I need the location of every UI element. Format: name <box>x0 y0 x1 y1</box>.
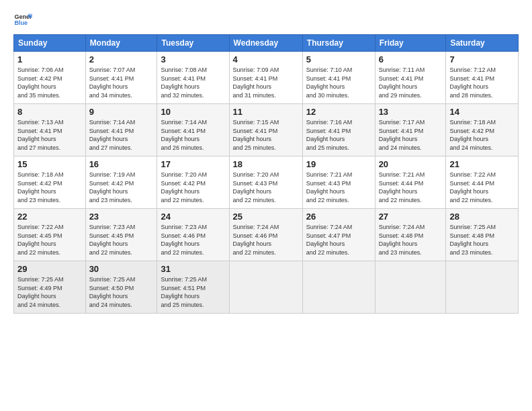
day-number: 2 <box>89 54 154 64</box>
day-number: 12 <box>306 107 371 117</box>
day-info: Sunrise: 7:24 AMSunset: 4:47 PMDaylight … <box>306 224 353 256</box>
calendar-cell: 5 Sunrise: 7:10 AMSunset: 4:41 PMDayligh… <box>302 52 375 104</box>
day-number: 16 <box>89 159 154 169</box>
calendar-cell: 15 Sunrise: 7:18 AMSunset: 4:42 PMDaylig… <box>14 156 86 209</box>
day-info: Sunrise: 7:25 AMSunset: 4:50 PMDaylight … <box>89 276 136 308</box>
calendar-cell: 18 Sunrise: 7:20 AMSunset: 4:43 PMDaylig… <box>229 156 302 209</box>
calendar-table: SundayMondayTuesdayWednesdayThursdayFrid… <box>13 34 519 314</box>
day-number: 11 <box>233 107 299 117</box>
day-info: Sunrise: 7:25 AMSunset: 4:48 PMDaylight … <box>449 224 496 256</box>
logo-icon: General Blue <box>13 10 32 29</box>
calendar-cell: 26 Sunrise: 7:24 AMSunset: 4:47 PMDaylig… <box>302 209 375 261</box>
calendar-cell <box>446 261 519 314</box>
calendar-cell: 23 Sunrise: 7:23 AMSunset: 4:45 PMDaylig… <box>85 209 157 261</box>
calendar-cell: 14 Sunrise: 7:18 AMSunset: 4:42 PMDaylig… <box>446 104 519 156</box>
calendar-cell: 3 Sunrise: 7:08 AMSunset: 4:41 PMDayligh… <box>157 52 229 104</box>
day-number: 1 <box>17 54 82 64</box>
day-info: Sunrise: 7:25 AMSunset: 4:51 PMDaylight … <box>161 276 207 308</box>
day-info: Sunrise: 7:11 AMSunset: 4:41 PMDaylight … <box>379 66 425 99</box>
day-number: 26 <box>306 212 371 222</box>
header-wednesday: Wednesday <box>229 35 302 52</box>
day-number: 3 <box>161 54 225 64</box>
calendar-cell: 13 Sunrise: 7:17 AMSunset: 4:41 PMDaylig… <box>375 104 446 156</box>
day-info: Sunrise: 7:13 AMSunset: 4:41 PMDaylight … <box>17 119 64 151</box>
day-info: Sunrise: 7:08 AMSunset: 4:41 PMDaylight … <box>161 66 207 99</box>
day-info: Sunrise: 7:15 AMSunset: 4:41 PMDaylight … <box>233 119 279 151</box>
calendar-cell <box>375 261 446 314</box>
page: General Blue SundayMondayTuesdayWednesda… <box>0 0 532 411</box>
day-info: Sunrise: 7:22 AMSunset: 4:45 PMDaylight … <box>17 224 64 256</box>
header-sunday: Sunday <box>14 35 86 52</box>
calendar-cell: 11 Sunrise: 7:15 AMSunset: 4:41 PMDaylig… <box>229 104 302 156</box>
day-number: 9 <box>89 107 154 117</box>
header-tuesday: Tuesday <box>157 35 229 52</box>
day-number: 31 <box>161 264 225 274</box>
calendar-cell: 22 Sunrise: 7:22 AMSunset: 4:45 PMDaylig… <box>14 209 86 261</box>
day-number: 27 <box>379 212 443 222</box>
day-number: 17 <box>161 159 225 169</box>
day-number: 28 <box>449 212 515 222</box>
calendar-cell: 27 Sunrise: 7:24 AMSunset: 4:48 PMDaylig… <box>375 209 446 261</box>
day-info: Sunrise: 7:17 AMSunset: 4:41 PMDaylight … <box>379 119 425 151</box>
day-info: Sunrise: 7:14 AMSunset: 4:41 PMDaylight … <box>161 119 207 151</box>
day-info: Sunrise: 7:18 AMSunset: 4:42 PMDaylight … <box>449 119 496 151</box>
calendar-cell: 6 Sunrise: 7:11 AMSunset: 4:41 PMDayligh… <box>375 52 446 104</box>
day-info: Sunrise: 7:22 AMSunset: 4:44 PMDaylight … <box>449 171 496 203</box>
week-row-0: 1 Sunrise: 7:06 AMSunset: 4:42 PMDayligh… <box>14 52 519 104</box>
logo: General Blue <box>13 10 32 29</box>
day-number: 10 <box>161 107 225 117</box>
header-monday: Monday <box>85 35 157 52</box>
week-row-3: 22 Sunrise: 7:22 AMSunset: 4:45 PMDaylig… <box>14 209 519 261</box>
calendar-cell: 21 Sunrise: 7:22 AMSunset: 4:44 PMDaylig… <box>446 156 519 209</box>
day-number: 14 <box>449 107 515 117</box>
day-number: 20 <box>379 159 443 169</box>
day-info: Sunrise: 7:09 AMSunset: 4:41 PMDaylight … <box>233 66 279 99</box>
day-number: 25 <box>233 212 299 222</box>
header-thursday: Thursday <box>302 35 375 52</box>
day-number: 4 <box>233 54 299 64</box>
week-row-4: 29 Sunrise: 7:25 AMSunset: 4:49 PMDaylig… <box>14 261 519 314</box>
header-row: SundayMondayTuesdayWednesdayThursdayFrid… <box>14 35 519 52</box>
day-number: 22 <box>17 212 82 222</box>
day-info: Sunrise: 7:21 AMSunset: 4:43 PMDaylight … <box>306 171 353 203</box>
header-friday: Friday <box>375 35 446 52</box>
day-number: 6 <box>379 54 443 64</box>
week-row-1: 8 Sunrise: 7:13 AMSunset: 4:41 PMDayligh… <box>14 104 519 156</box>
calendar-cell: 17 Sunrise: 7:20 AMSunset: 4:42 PMDaylig… <box>157 156 229 209</box>
calendar-cell: 7 Sunrise: 7:12 AMSunset: 4:41 PMDayligh… <box>446 52 519 104</box>
calendar-cell: 29 Sunrise: 7:25 AMSunset: 4:49 PMDaylig… <box>14 261 86 314</box>
calendar-cell: 4 Sunrise: 7:09 AMSunset: 4:41 PMDayligh… <box>229 52 302 104</box>
svg-text:Blue: Blue <box>14 19 28 26</box>
day-number: 8 <box>17 107 82 117</box>
day-info: Sunrise: 7:10 AMSunset: 4:41 PMDaylight … <box>306 66 353 99</box>
calendar-cell: 10 Sunrise: 7:14 AMSunset: 4:41 PMDaylig… <box>157 104 229 156</box>
day-number: 19 <box>306 159 371 169</box>
day-number: 18 <box>233 159 299 169</box>
day-number: 29 <box>17 264 82 274</box>
calendar-cell: 24 Sunrise: 7:23 AMSunset: 4:46 PMDaylig… <box>157 209 229 261</box>
day-number: 15 <box>17 159 82 169</box>
day-info: Sunrise: 7:20 AMSunset: 4:43 PMDaylight … <box>233 171 279 203</box>
day-info: Sunrise: 7:25 AMSunset: 4:49 PMDaylight … <box>17 276 64 308</box>
day-info: Sunrise: 7:21 AMSunset: 4:44 PMDaylight … <box>379 171 425 203</box>
day-info: Sunrise: 7:23 AMSunset: 4:46 PMDaylight … <box>161 224 207 256</box>
day-number: 5 <box>306 54 371 64</box>
day-info: Sunrise: 7:07 AMSunset: 4:41 PMDaylight … <box>89 66 136 99</box>
day-number: 30 <box>89 264 154 274</box>
calendar-cell: 16 Sunrise: 7:19 AMSunset: 4:42 PMDaylig… <box>85 156 157 209</box>
day-info: Sunrise: 7:18 AMSunset: 4:42 PMDaylight … <box>17 171 64 203</box>
day-number: 13 <box>379 107 443 117</box>
calendar-cell: 28 Sunrise: 7:25 AMSunset: 4:48 PMDaylig… <box>446 209 519 261</box>
header-saturday: Saturday <box>446 35 519 52</box>
day-info: Sunrise: 7:24 AMSunset: 4:48 PMDaylight … <box>379 224 425 256</box>
day-info: Sunrise: 7:06 AMSunset: 4:42 PMDaylight … <box>17 66 64 99</box>
calendar-cell: 25 Sunrise: 7:24 AMSunset: 4:46 PMDaylig… <box>229 209 302 261</box>
calendar-cell <box>229 261 302 314</box>
day-info: Sunrise: 7:24 AMSunset: 4:46 PMDaylight … <box>233 224 279 256</box>
day-number: 21 <box>449 159 515 169</box>
calendar-cell: 2 Sunrise: 7:07 AMSunset: 4:41 PMDayligh… <box>85 52 157 104</box>
calendar-cell <box>302 261 375 314</box>
day-number: 7 <box>449 54 515 64</box>
calendar-cell: 31 Sunrise: 7:25 AMSunset: 4:51 PMDaylig… <box>157 261 229 314</box>
day-number: 24 <box>161 212 225 222</box>
